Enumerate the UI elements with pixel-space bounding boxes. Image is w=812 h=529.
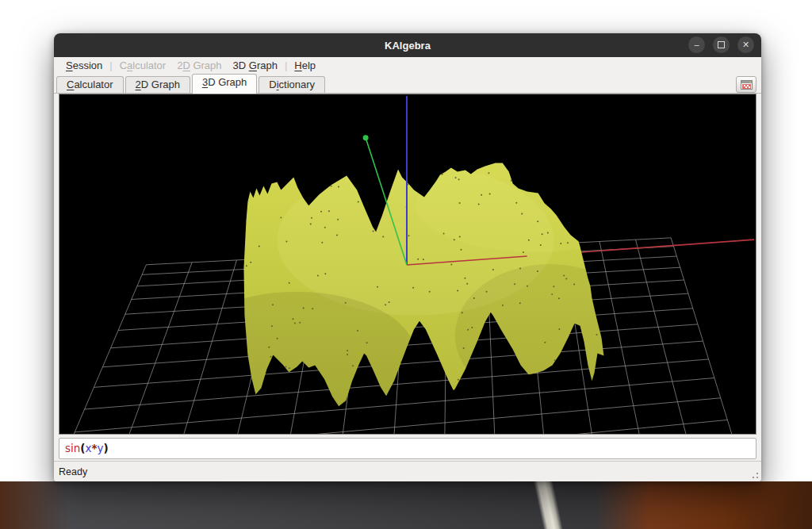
3d-graph-view[interactable] (59, 94, 756, 435)
menu-calculator[interactable]: Calculator (114, 59, 172, 71)
y-axis-arrow-dot (363, 135, 369, 140)
close-icon: ✕ (742, 40, 749, 49)
status-bar: Ready (54, 461, 761, 481)
expression-token: sin (65, 442, 80, 454)
tab-bar: Calculator 2D Graph 3D Graph Dictionary (54, 74, 761, 94)
kalgebra-window: KAlgebra – ✕ Session | Calculator 2D Gra… (54, 33, 761, 481)
tab-3d-graph[interactable]: 3D Graph (192, 74, 257, 94)
window-controls: – ✕ (688, 36, 754, 53)
menu-session[interactable]: Session (60, 59, 108, 71)
menu-separator: | (283, 59, 289, 71)
minimize-icon: – (694, 40, 699, 49)
tab-2d-graph[interactable]: 2D Graph (125, 76, 190, 93)
resize-grip[interactable] (749, 470, 760, 480)
expression-token: x (86, 442, 92, 454)
maximize-icon (718, 41, 725, 48)
tab-corner-button[interactable] (736, 76, 756, 93)
expression-token: ) (104, 442, 109, 454)
status-text: Ready (59, 466, 87, 477)
menu-2d-graph[interactable]: 2D Graph (171, 59, 227, 71)
maximize-button[interactable] (713, 36, 730, 53)
expression-token: * (92, 442, 98, 454)
close-button[interactable]: ✕ (737, 36, 754, 53)
menubar: Session | Calculator 2D Graph 3D Graph |… (54, 57, 761, 74)
menu-3d-graph[interactable]: 3D Graph (228, 59, 283, 71)
desktop-road-photo (0, 481, 812, 529)
detach-window-icon (741, 80, 753, 90)
expression-input[interactable]: sin(x*y) (59, 438, 756, 459)
titlebar[interactable]: KAlgebra – ✕ (54, 33, 761, 57)
tab-calculator[interactable]: Calculator (56, 76, 124, 93)
menu-separator: | (108, 59, 113, 71)
tab-dictionary[interactable]: Dictionary (259, 76, 325, 93)
minimize-button[interactable]: – (688, 36, 705, 53)
window-title: KAlgebra (385, 40, 431, 52)
menu-help[interactable]: Help (289, 59, 321, 71)
expression-token: y (98, 442, 104, 454)
